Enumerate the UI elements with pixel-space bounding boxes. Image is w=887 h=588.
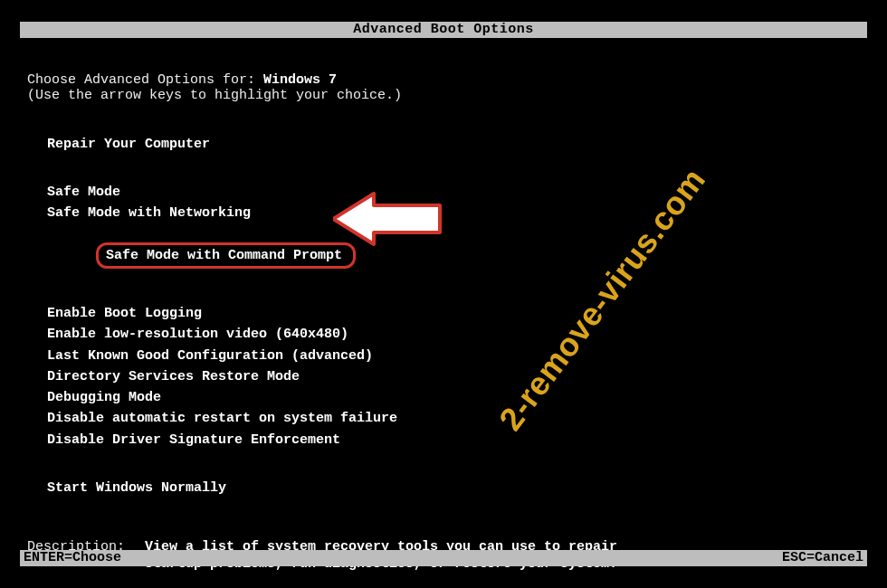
option-debugging-mode[interactable]: Debugging Mode [47, 390, 860, 405]
option-safe-mode-networking[interactable]: Safe Mode with Networking [47, 205, 860, 221]
option-safe-mode-command-prompt-wrapper[interactable]: Safe Mode with Command Prompt [47, 226, 860, 284]
option-repair-your-computer[interactable]: Repair Your Computer [47, 137, 860, 152]
footer-bar: ENTER=Choose ESC=Cancel [20, 550, 867, 566]
footer-enter-hint: ENTER=Choose [24, 550, 121, 566]
option-group-advanced: Enable Boot Logging Enable low-resolutio… [47, 306, 860, 448]
prompt-line: Choose Advanced Options for: Windows 7 [27, 72, 860, 88]
option-group-normal: Start Windows Normally [47, 480, 860, 496]
os-name: Windows 7 [263, 72, 337, 88]
option-disable-driver-sig[interactable]: Disable Driver Signature Enforcement [47, 432, 860, 448]
boot-menu-content: Choose Advanced Options for: Windows 7 (… [27, 72, 860, 574]
option-start-normally[interactable]: Start Windows Normally [47, 480, 860, 496]
title-bar: Advanced Boot Options [20, 22, 867, 38]
option-ds-restore-mode[interactable]: Directory Services Restore Mode [47, 369, 860, 384]
option-enable-boot-logging[interactable]: Enable Boot Logging [47, 306, 860, 321]
footer-esc-hint: ESC=Cancel [782, 550, 863, 566]
option-group-safemode: Safe Mode Safe Mode with Networking Safe… [47, 185, 860, 284]
option-low-res-video[interactable]: Enable low-resolution video (640x480) [47, 327, 860, 342]
option-last-known-good[interactable]: Last Known Good Configuration (advanced) [47, 348, 860, 364]
option-group-repair: Repair Your Computer [47, 137, 860, 152]
title-text: Advanced Boot Options [353, 22, 534, 37]
option-safe-mode-command-prompt[interactable]: Safe Mode with Command Prompt [96, 242, 356, 269]
option-safe-mode[interactable]: Safe Mode [47, 185, 860, 200]
hint-line: (Use the arrow keys to highlight your ch… [27, 88, 860, 103]
option-disable-auto-restart[interactable]: Disable automatic restart on system fail… [47, 411, 860, 426]
